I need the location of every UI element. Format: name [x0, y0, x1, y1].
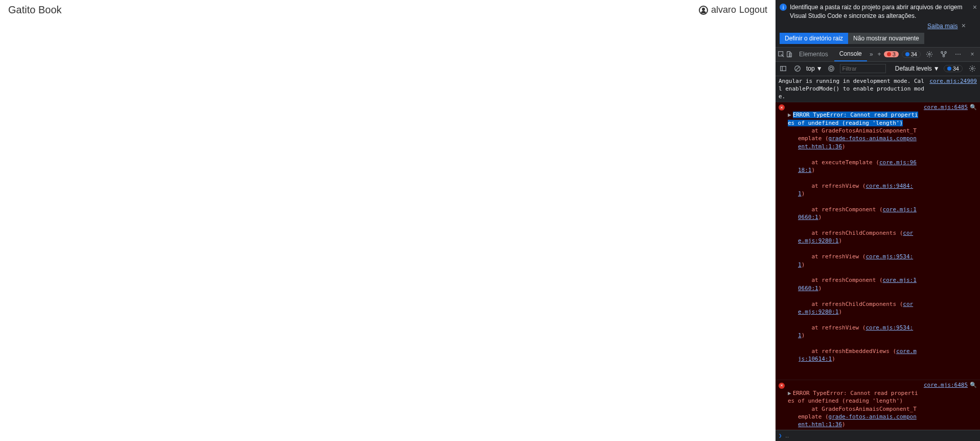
- tab-elements[interactable]: Elementos: [794, 48, 833, 61]
- error-content: ▶ERROR TypeError: Cannot read properties…: [788, 381, 920, 430]
- expand-icon[interactable]: ▶: [788, 390, 791, 396]
- console-output[interactable]: Angular is running in development mode. …: [776, 76, 980, 430]
- context-selector[interactable]: top ▼: [806, 65, 823, 72]
- svg-rect-7: [781, 67, 786, 71]
- svg-point-3: [928, 53, 930, 55]
- network-icon[interactable]: [938, 49, 949, 60]
- learn-more-link[interactable]: Saiba mais: [927, 23, 958, 30]
- info-icon: i: [780, 4, 787, 11]
- notice-text: Identifique a pasta raiz do projeto para…: [790, 3, 976, 20]
- log-error-row: × ▶ERROR TypeError: Cannot read properti…: [776, 380, 980, 430]
- svg-point-5: [945, 52, 947, 54]
- error-message: ERROR TypeError: Cannot read properties …: [788, 390, 918, 404]
- devtools-panel: i Identifique a pasta raiz do projeto pa…: [776, 0, 980, 441]
- svg-point-4: [941, 52, 943, 54]
- expand-icon[interactable]: ▶: [788, 112, 791, 118]
- log-text: Angular is running in development mode. …: [779, 77, 925, 101]
- notice-x-icon[interactable]: ×: [962, 21, 966, 30]
- user-icon: [699, 6, 708, 15]
- device-icon[interactable]: [786, 49, 793, 60]
- error-message: ERROR TypeError: Cannot read properties …: [788, 112, 918, 126]
- search-icon[interactable]: 🔍: [970, 103, 977, 379]
- add-tab-icon[interactable]: +: [876, 49, 882, 60]
- chevron-right-icon: ❯: [779, 432, 782, 439]
- svg-point-11: [830, 67, 832, 70]
- devtools-tabs: Elementos Console » + 3 34 ⋯ ×: [776, 48, 980, 62]
- log-info-row: Angular is running in development mode. …: [776, 76, 980, 102]
- app-header: Gatito Book alvaro Logout: [0, 0, 776, 20]
- source-link[interactable]: core.mjs:6485: [920, 381, 968, 430]
- issues-badge[interactable]: 34: [944, 65, 963, 72]
- tab-console[interactable]: Console: [834, 48, 867, 61]
- svg-point-12: [971, 68, 973, 70]
- clear-console-icon[interactable]: [792, 63, 803, 74]
- devtools-close-icon[interactable]: ×: [967, 49, 978, 60]
- console-toolbar: top ▼ Default levels ▼ 34: [776, 62, 980, 76]
- settings-icon[interactable]: [924, 49, 935, 60]
- kebab-icon[interactable]: ⋯: [952, 49, 964, 60]
- filter-input[interactable]: [840, 64, 886, 73]
- svg-line-10: [796, 67, 800, 71]
- user-area: alvaro Logout: [699, 5, 767, 15]
- sidebar-toggle-icon[interactable]: [778, 63, 789, 74]
- live-expression-icon[interactable]: [826, 63, 837, 74]
- svg-point-6: [943, 55, 945, 57]
- levels-selector[interactable]: Default levels ▼: [895, 65, 940, 72]
- logout-link[interactable]: Logout: [739, 5, 767, 15]
- source-link[interactable]: core.mjs:6485: [920, 103, 968, 379]
- inspect-icon[interactable]: [778, 49, 785, 60]
- console-prompt[interactable]: ❯ ‥: [776, 430, 980, 441]
- devtools-notice: i Identifique a pasta raiz do projeto pa…: [776, 0, 980, 48]
- more-tabs-icon[interactable]: »: [868, 49, 875, 60]
- warnings-badge[interactable]: 34: [902, 51, 921, 58]
- console-settings-icon[interactable]: [967, 63, 978, 74]
- errors-badge[interactable]: 3: [884, 51, 899, 57]
- source-link[interactable]: core.mjs:24909: [925, 77, 977, 101]
- log-error-row: × ▶ERROR TypeError: Cannot read properti…: [776, 102, 980, 381]
- username[interactable]: alvaro: [711, 5, 736, 15]
- dont-show-button[interactable]: Não mostrar novamente: [848, 33, 924, 44]
- close-icon[interactable]: ×: [973, 3, 977, 11]
- set-root-button[interactable]: Definir o diretório raiz: [780, 33, 848, 44]
- search-icon[interactable]: 🔍: [970, 381, 977, 430]
- app-title: Gatito Book: [8, 4, 62, 16]
- error-icon: ×: [779, 103, 786, 379]
- error-content: ▶ERROR TypeError: Cannot read properties…: [788, 103, 920, 379]
- prompt-placeholder: ‥: [785, 432, 789, 439]
- svg-rect-1: [787, 52, 790, 57]
- app-pane: Gatito Book alvaro Logout: [0, 0, 776, 441]
- error-icon: ×: [779, 381, 786, 430]
